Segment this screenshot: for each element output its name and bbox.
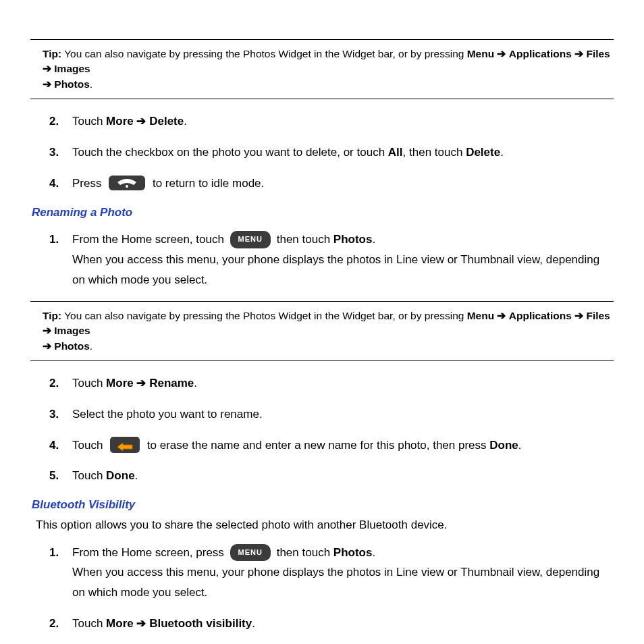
menu-key-icon: MENU — [230, 544, 271, 561]
step-3: 3. Select the photo you want to rename. — [49, 404, 614, 425]
arrow-icon: ➔ — [574, 48, 583, 59]
text: . — [184, 115, 187, 128]
text: then touch — [273, 233, 333, 246]
rename-steps: 1. From the Home screen, touch MENU then… — [49, 230, 614, 290]
text: Touch — [72, 617, 106, 630]
text: Touch — [72, 469, 106, 482]
step-5: 5. Touch Done. — [49, 466, 614, 486]
tip-files: Files — [586, 48, 610, 59]
text: Touch — [72, 377, 106, 390]
tip-label: Tip: — [43, 48, 61, 59]
step-body: Touch More ➔ Delete. — [72, 111, 614, 132]
tip-box-1: Tip: You can also navigate by pressing t… — [30, 39, 614, 99]
tip-files: Files — [586, 310, 610, 321]
step-body: Select the photo you want to rename. — [72, 404, 614, 425]
arrow-icon: ➔ — [43, 325, 51, 336]
arrow-icon: ➔ — [43, 78, 51, 90]
tip-period: . — [90, 78, 92, 90]
step-body: Touch the checkbox on the photo you want… — [72, 142, 614, 163]
rename-label: Rename — [149, 377, 194, 390]
arrow-icon: ➔ — [134, 115, 149, 128]
arrow-icon: ➔ — [497, 310, 506, 321]
step-3: 3. Touch the checkbox on the photo you w… — [49, 142, 614, 163]
text: . — [135, 469, 138, 482]
text: , then touch — [403, 146, 466, 159]
step-number: 2. — [49, 373, 72, 394]
step-body: Touch to erase the name and enter a new … — [72, 435, 614, 456]
arrow-icon: ➔ — [134, 617, 149, 630]
step-number: 2. — [49, 614, 72, 634]
text: Touch the checkbox on the photo you want… — [72, 146, 388, 159]
back-arrow-key-icon — [110, 437, 140, 453]
arrow-icon: ➔ — [574, 310, 583, 321]
text: then touch — [273, 546, 333, 559]
end-call-key-icon — [109, 176, 145, 190]
tip-images: Images — [54, 63, 90, 74]
step-number: 4. — [49, 435, 72, 456]
text: When you access this menu, your phone di… — [72, 253, 599, 286]
text: Select the photo you want to rename. — [72, 408, 263, 421]
step-4: 4. Press to return to idle mode. — [49, 173, 614, 194]
step-body: From the Home screen, press MENU then to… — [72, 543, 614, 603]
delete-label: Delete — [149, 115, 184, 128]
text: . — [500, 146, 504, 159]
photos-label: Photos — [333, 233, 373, 246]
delete-steps: 2. Touch More ➔ Delete. 3. Touch the che… — [49, 111, 614, 193]
step-body: Touch Done. — [72, 466, 614, 486]
done-label: Done — [106, 469, 135, 482]
tip-photos: Photos — [54, 78, 90, 90]
step-body: Touch More ➔ Rename. — [72, 373, 614, 394]
more-label: More — [106, 377, 134, 390]
bluetooth-heading: Bluetooth Visibility — [32, 497, 614, 513]
step-number: 3. — [49, 142, 72, 163]
text: . — [252, 617, 255, 630]
bluetooth-intro: This option allows you to share the sele… — [36, 517, 614, 533]
arrow-icon: ➔ — [497, 48, 506, 59]
more-label: More — [106, 617, 134, 630]
text: Touch — [72, 115, 106, 128]
step-1: 1. From the Home screen, touch MENU then… — [49, 230, 614, 290]
text: From the Home screen, press — [72, 546, 227, 559]
tip-images: Images — [54, 325, 90, 336]
menu-key-icon: MENU — [230, 231, 271, 248]
step-2: 2. Touch More ➔ Rename. — [49, 373, 614, 394]
arrow-icon: ➔ — [134, 377, 149, 390]
step-1: 1. From the Home screen, press MENU then… — [49, 543, 614, 603]
bluetooth-steps: 1. From the Home screen, press MENU then… — [49, 543, 614, 644]
text: . — [194, 377, 197, 390]
tip-label: Tip: — [43, 310, 61, 321]
tip-box-2: Tip: You can also navigate by pressing t… — [30, 301, 614, 361]
step-number: 2. — [49, 111, 72, 132]
svg-point-0 — [126, 185, 128, 188]
tip-menu: Menu — [467, 48, 494, 59]
step-2: 2. Touch More ➔ Bluetooth visibility. — [49, 614, 614, 634]
step-number: 5. — [49, 466, 72, 486]
step-body: Press to return to idle mode. — [72, 173, 614, 194]
bt-visibility-label: Bluetooth visibility — [149, 617, 252, 630]
photos-label: Photos — [333, 546, 373, 559]
text: Touch — [72, 439, 106, 452]
step-body: From the Home screen, touch MENU then to… — [72, 230, 614, 290]
text: When you access this menu, your phone di… — [72, 566, 599, 599]
tip-period: . — [90, 340, 92, 352]
tip-text: You can also navigate by pressing the Ph… — [61, 48, 467, 59]
arrow-icon: ➔ — [43, 340, 51, 352]
text: . — [372, 546, 375, 559]
text: to erase the name and enter a new name f… — [144, 439, 489, 452]
tip-menu: Menu — [467, 310, 494, 321]
tip-applications: Applications — [509, 48, 572, 59]
step-body: Touch More ➔ Bluetooth visibility. — [72, 614, 614, 634]
step-4: 4. Touch to erase the name and enter a n… — [49, 435, 614, 456]
delete-label: Delete — [466, 146, 500, 159]
rename-steps-cont: 2. Touch More ➔ Rename. 3. Select the ph… — [49, 373, 614, 486]
text: From the Home screen, touch — [72, 233, 227, 246]
step-number: 1. — [49, 230, 72, 250]
tip-text: You can also navigate by pressing the Ph… — [61, 310, 467, 321]
step-number: 3. — [49, 404, 72, 425]
tip-photos: Photos — [54, 340, 90, 352]
all-label: All — [388, 146, 403, 159]
text: . — [518, 439, 522, 452]
more-label: More — [106, 115, 134, 128]
step-number: 4. — [49, 173, 72, 194]
text: to return to idle mode. — [149, 177, 264, 190]
